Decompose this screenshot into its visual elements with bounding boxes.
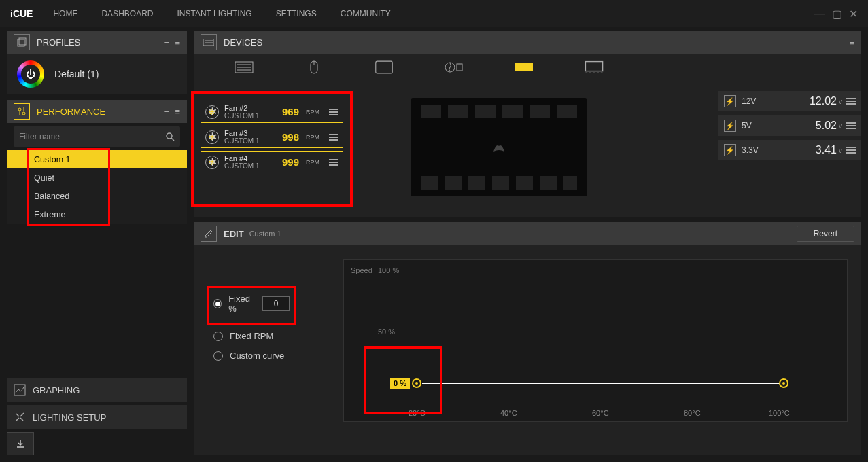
- highlight-fan-list: ✲ Fan #2CUSTOM 1 969RPM ✲ Fan #3CUSTOM 1…: [191, 91, 353, 207]
- filter-placeholder: Filter name: [19, 132, 60, 141]
- devices-menu-icon[interactable]: ≡: [849, 37, 854, 48]
- mode-fixed-rpm[interactable]: Fixed RPM: [213, 331, 330, 341]
- fan-curve-chart[interactable]: Speed 100 % 50 % 20°C 40°C 60°C 80°C 100…: [343, 259, 848, 422]
- mode-custom-curve[interactable]: Custom curve: [213, 351, 330, 361]
- device-image: [411, 98, 587, 196]
- volt-value: 5.02: [816, 120, 837, 132]
- devices-title: DEVICES: [224, 37, 262, 48]
- nav-home[interactable]: HOME: [53, 9, 77, 18]
- svg-rect-18: [376, 61, 392, 73]
- fan-row-4[interactable]: ✲ Fan #4CUSTOM 1 999RPM: [201, 151, 343, 173]
- highlight-fixed-pct: Fixed %: [207, 286, 296, 325]
- radio-fixed-pct[interactable]: [213, 299, 222, 308]
- svg-rect-22: [585, 62, 602, 71]
- fan-menu-icon[interactable]: [329, 134, 338, 141]
- maximize-icon[interactable]: ▢: [832, 7, 842, 20]
- perf-item-quiet[interactable]: Quiet: [7, 168, 187, 187]
- edit-subtitle: Custom 1: [249, 230, 281, 238]
- chart-ytick-50: 50 %: [378, 327, 395, 336]
- edit-header: EDIT Custom 1 Revert: [194, 222, 861, 245]
- fan-unit: RPM: [306, 109, 319, 116]
- window-controls: — ▢ ✕: [814, 7, 858, 20]
- volt-unit: v: [839, 147, 842, 154]
- app-logo: iCUE: [10, 8, 33, 19]
- volt-menu-icon[interactable]: [846, 122, 856, 129]
- fan-unit: RPM: [306, 134, 319, 141]
- device-cooler-icon[interactable]: [445, 60, 464, 74]
- fan-menu-icon[interactable]: [329, 109, 338, 116]
- volt-value: 3.41: [816, 144, 837, 156]
- device-keyboard-icon[interactable]: [235, 60, 254, 74]
- fan-name: Fan #4: [224, 154, 260, 162]
- svg-point-6: [167, 133, 172, 139]
- perf-item-custom1[interactable]: Custom 1: [7, 150, 187, 168]
- download-icon: [15, 438, 26, 449]
- chart-xtick-40: 40°C: [500, 409, 517, 417]
- profiles-add-icon[interactable]: +: [164, 37, 170, 48]
- fan-row-2[interactable]: ✲ Fan #2CUSTOM 1 969RPM: [201, 101, 343, 123]
- radio-fixed-rpm[interactable]: [213, 332, 223, 341]
- chart-xtick-100: 100°C: [769, 409, 790, 417]
- svg-line-7: [171, 138, 174, 141]
- mode-fixed-pct[interactable]: Fixed %: [213, 294, 290, 314]
- fan-profile: CUSTOM 1: [224, 112, 260, 120]
- filter-input[interactable]: Filter name: [14, 126, 180, 147]
- fan-rpm: 969: [282, 106, 299, 118]
- device-mousepad-icon[interactable]: [375, 60, 394, 74]
- fan-icon: ✲: [205, 105, 219, 119]
- profile-rgb-icon: ⏻: [17, 60, 44, 88]
- volt-menu-icon[interactable]: [846, 98, 856, 105]
- profiles-menu-icon[interactable]: ≡: [175, 37, 180, 48]
- graphing-icon: [14, 384, 26, 396]
- lighting-label: LIGHTING SETUP: [33, 412, 106, 423]
- nav-community[interactable]: COMMUNITY: [341, 9, 391, 18]
- fan-row-3[interactable]: ✲ Fan #3CUSTOM 1 998RPM: [201, 126, 343, 148]
- nav-dashboard[interactable]: DASHBOARD: [101, 9, 153, 18]
- volt-menu-icon[interactable]: [846, 147, 856, 154]
- volt-unit: v: [839, 122, 842, 130]
- nav-settings[interactable]: SETTINGS: [276, 9, 317, 18]
- profiles-header: PROFILES + ≡: [7, 31, 187, 54]
- voltage-panel: ⚡ 12V 12.02v ⚡ 5V 5.02v ⚡ 3.3V 3.4: [718, 91, 861, 207]
- device-ram-icon[interactable]: [585, 60, 604, 74]
- performance-add-icon[interactable]: +: [164, 107, 170, 117]
- fan-icon: ✲: [205, 130, 219, 144]
- chart-ytick-100: 100 %: [378, 266, 399, 274]
- fixed-pct-input[interactable]: [262, 296, 290, 311]
- profile-default[interactable]: ⏻ Default (1): [7, 54, 187, 94]
- download-button[interactable]: [7, 432, 34, 455]
- volt-label: 3.3V: [742, 145, 759, 155]
- edit-icon: [201, 226, 217, 242]
- fixed-pct-label: Fixed %: [228, 294, 256, 314]
- fan-icon: ✲: [205, 156, 219, 169]
- custom-curve-label: Custom curve: [230, 351, 284, 361]
- search-icon: [165, 132, 175, 141]
- graphing-button[interactable]: GRAPHING: [7, 378, 187, 402]
- revert-button[interactable]: Revert: [797, 226, 854, 242]
- volt-row-3v3: ⚡ 3.3V 3.41v: [718, 140, 861, 160]
- bolt-icon: ⚡: [724, 120, 736, 132]
- lighting-setup-button[interactable]: LIGHTING SETUP: [7, 405, 187, 429]
- nav-instant-lighting[interactable]: INSTANT LIGHTING: [177, 9, 251, 18]
- topbar: iCUE HOME DASHBOARD INSTANT LIGHTING SET…: [0, 0, 868, 27]
- graphing-label: GRAPHING: [33, 385, 80, 395]
- fan-menu-icon[interactable]: [329, 159, 338, 166]
- device-commander-icon[interactable]: [515, 60, 534, 74]
- chart-point-end[interactable]: [779, 378, 788, 388]
- performance-menu-icon[interactable]: ≡: [175, 107, 180, 117]
- close-icon[interactable]: ✕: [849, 7, 858, 20]
- minimize-icon[interactable]: —: [814, 7, 825, 20]
- device-tabs: [194, 54, 861, 81]
- perf-item-extreme[interactable]: Extreme: [7, 205, 187, 224]
- svg-rect-20: [457, 64, 462, 71]
- perf-item-balanced[interactable]: Balanced: [7, 187, 187, 205]
- fan-profile: CUSTOM 1: [224, 137, 260, 145]
- tools-icon: [14, 411, 26, 423]
- fan-rpm: 998: [282, 131, 299, 143]
- fan-profile: CUSTOM 1: [224, 162, 260, 170]
- devices-header: DEVICES ≡: [194, 31, 861, 54]
- volt-row-12v: ⚡ 12V 12.02v: [718, 91, 861, 111]
- device-mouse-icon[interactable]: [305, 60, 324, 74]
- radio-custom-curve[interactable]: [213, 351, 223, 361]
- keyboard-icon: [201, 34, 217, 50]
